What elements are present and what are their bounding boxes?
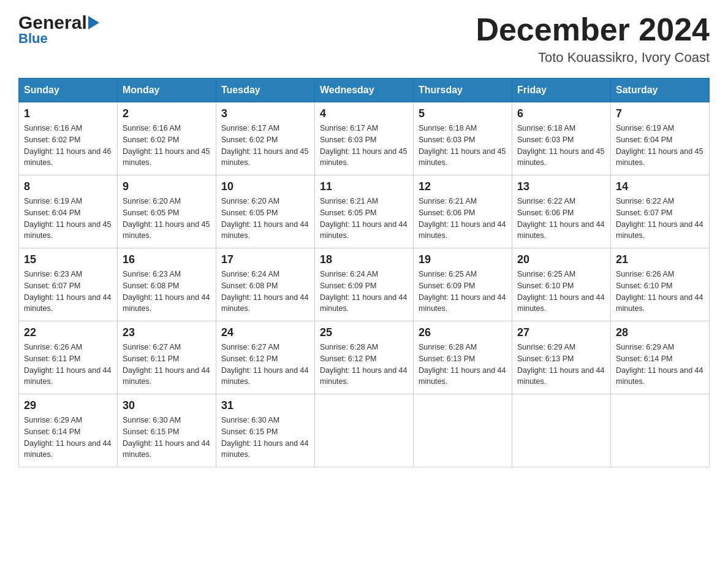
calendar-cell: 22Sunrise: 6:26 AMSunset: 6:11 PMDayligh… bbox=[19, 321, 118, 394]
title-area: December 2024 Toto Kouassikro, Ivory Coa… bbox=[476, 12, 710, 66]
day-number: 17 bbox=[221, 253, 309, 266]
calendar-cell bbox=[315, 394, 414, 467]
page-header: General Blue December 2024 Toto Kouassik… bbox=[18, 12, 710, 66]
day-info: Sunrise: 6:21 AMSunset: 6:05 PMDaylight:… bbox=[320, 196, 408, 242]
calendar-header-row: SundayMondayTuesdayWednesdayThursdayFrid… bbox=[19, 79, 710, 102]
day-number: 7 bbox=[616, 107, 704, 120]
calendar-cell: 6Sunrise: 6:18 AMSunset: 6:03 PMDaylight… bbox=[512, 102, 611, 175]
calendar-cell: 24Sunrise: 6:27 AMSunset: 6:12 PMDayligh… bbox=[216, 321, 315, 394]
day-number: 19 bbox=[419, 253, 507, 266]
calendar-cell: 18Sunrise: 6:24 AMSunset: 6:09 PMDayligh… bbox=[315, 248, 414, 321]
calendar-cell bbox=[414, 394, 512, 467]
day-info: Sunrise: 6:26 AMSunset: 6:11 PMDaylight:… bbox=[24, 342, 112, 388]
calendar-cell: 23Sunrise: 6:27 AMSunset: 6:11 PMDayligh… bbox=[118, 321, 216, 394]
calendar-table: SundayMondayTuesdayWednesdayThursdayFrid… bbox=[18, 78, 710, 467]
month-title: December 2024 bbox=[476, 12, 710, 47]
calendar-cell: 26Sunrise: 6:28 AMSunset: 6:13 PMDayligh… bbox=[414, 321, 512, 394]
day-info: Sunrise: 6:22 AMSunset: 6:07 PMDaylight:… bbox=[616, 196, 704, 242]
calendar-cell: 9Sunrise: 6:20 AMSunset: 6:05 PMDaylight… bbox=[118, 175, 216, 248]
calendar-cell: 10Sunrise: 6:20 AMSunset: 6:05 PMDayligh… bbox=[216, 175, 315, 248]
day-number: 25 bbox=[320, 326, 408, 339]
logo: General Blue bbox=[18, 12, 99, 47]
day-info: Sunrise: 6:23 AMSunset: 6:08 PMDaylight:… bbox=[123, 269, 211, 315]
day-number: 21 bbox=[616, 253, 704, 266]
day-info: Sunrise: 6:16 AMSunset: 6:02 PMDaylight:… bbox=[123, 123, 211, 169]
day-number: 10 bbox=[221, 180, 309, 193]
calendar-cell: 8Sunrise: 6:19 AMSunset: 6:04 PMDaylight… bbox=[19, 175, 118, 248]
day-header-saturday: Saturday bbox=[611, 79, 710, 102]
day-number: 3 bbox=[221, 107, 309, 120]
logo-general: General bbox=[18, 12, 99, 33]
day-header-wednesday: Wednesday bbox=[315, 79, 414, 102]
day-number: 5 bbox=[419, 107, 507, 120]
day-info: Sunrise: 6:25 AMSunset: 6:10 PMDaylight:… bbox=[517, 269, 605, 315]
day-number: 26 bbox=[419, 326, 507, 339]
day-info: Sunrise: 6:30 AMSunset: 6:15 PMDaylight:… bbox=[221, 415, 309, 461]
calendar-cell bbox=[611, 394, 710, 467]
day-info: Sunrise: 6:19 AMSunset: 6:04 PMDaylight:… bbox=[616, 123, 704, 169]
day-number: 1 bbox=[24, 107, 112, 120]
calendar-cell: 14Sunrise: 6:22 AMSunset: 6:07 PMDayligh… bbox=[611, 175, 710, 248]
day-info: Sunrise: 6:24 AMSunset: 6:09 PMDaylight:… bbox=[320, 269, 408, 315]
day-number: 15 bbox=[24, 253, 112, 266]
day-number: 30 bbox=[123, 399, 211, 412]
day-info: Sunrise: 6:17 AMSunset: 6:03 PMDaylight:… bbox=[320, 123, 408, 169]
calendar-cell: 28Sunrise: 6:29 AMSunset: 6:14 PMDayligh… bbox=[611, 321, 710, 394]
day-info: Sunrise: 6:20 AMSunset: 6:05 PMDaylight:… bbox=[123, 196, 211, 242]
day-info: Sunrise: 6:29 AMSunset: 6:14 PMDaylight:… bbox=[24, 415, 112, 461]
day-info: Sunrise: 6:24 AMSunset: 6:08 PMDaylight:… bbox=[221, 269, 309, 315]
day-header-thursday: Thursday bbox=[414, 79, 512, 102]
day-header-monday: Monday bbox=[118, 79, 216, 102]
day-number: 12 bbox=[419, 180, 507, 193]
day-number: 29 bbox=[24, 399, 112, 412]
day-info: Sunrise: 6:28 AMSunset: 6:12 PMDaylight:… bbox=[320, 342, 408, 388]
day-number: 9 bbox=[123, 180, 211, 193]
calendar-cell: 11Sunrise: 6:21 AMSunset: 6:05 PMDayligh… bbox=[315, 175, 414, 248]
calendar-week-row: 8Sunrise: 6:19 AMSunset: 6:04 PMDaylight… bbox=[19, 175, 710, 248]
calendar-cell: 27Sunrise: 6:29 AMSunset: 6:13 PMDayligh… bbox=[512, 321, 611, 394]
day-number: 11 bbox=[320, 180, 408, 193]
day-header-friday: Friday bbox=[512, 79, 611, 102]
calendar-cell: 31Sunrise: 6:30 AMSunset: 6:15 PMDayligh… bbox=[216, 394, 315, 467]
day-number: 4 bbox=[320, 107, 408, 120]
calendar-cell: 16Sunrise: 6:23 AMSunset: 6:08 PMDayligh… bbox=[118, 248, 216, 321]
day-info: Sunrise: 6:17 AMSunset: 6:02 PMDaylight:… bbox=[221, 123, 309, 169]
calendar-week-row: 22Sunrise: 6:26 AMSunset: 6:11 PMDayligh… bbox=[19, 321, 710, 394]
day-number: 8 bbox=[24, 180, 112, 193]
calendar-cell: 12Sunrise: 6:21 AMSunset: 6:06 PMDayligh… bbox=[414, 175, 512, 248]
calendar-cell: 21Sunrise: 6:26 AMSunset: 6:10 PMDayligh… bbox=[611, 248, 710, 321]
day-info: Sunrise: 6:16 AMSunset: 6:02 PMDaylight:… bbox=[24, 123, 112, 169]
day-info: Sunrise: 6:29 AMSunset: 6:13 PMDaylight:… bbox=[517, 342, 605, 388]
calendar-cell: 30Sunrise: 6:30 AMSunset: 6:15 PMDayligh… bbox=[118, 394, 216, 467]
calendar-cell: 5Sunrise: 6:18 AMSunset: 6:03 PMDaylight… bbox=[414, 102, 512, 175]
day-info: Sunrise: 6:25 AMSunset: 6:09 PMDaylight:… bbox=[419, 269, 507, 315]
day-number: 14 bbox=[616, 180, 704, 193]
calendar-week-row: 15Sunrise: 6:23 AMSunset: 6:07 PMDayligh… bbox=[19, 248, 710, 321]
day-number: 28 bbox=[616, 326, 704, 339]
logo-blue: Blue bbox=[18, 31, 99, 47]
day-info: Sunrise: 6:30 AMSunset: 6:15 PMDaylight:… bbox=[123, 415, 211, 461]
day-number: 20 bbox=[517, 253, 605, 266]
day-info: Sunrise: 6:23 AMSunset: 6:07 PMDaylight:… bbox=[24, 269, 112, 315]
day-header-tuesday: Tuesday bbox=[216, 79, 315, 102]
day-info: Sunrise: 6:29 AMSunset: 6:14 PMDaylight:… bbox=[616, 342, 704, 388]
day-info: Sunrise: 6:26 AMSunset: 6:10 PMDaylight:… bbox=[616, 269, 704, 315]
calendar-cell: 19Sunrise: 6:25 AMSunset: 6:09 PMDayligh… bbox=[414, 248, 512, 321]
day-info: Sunrise: 6:18 AMSunset: 6:03 PMDaylight:… bbox=[517, 123, 605, 169]
day-number: 2 bbox=[123, 107, 211, 120]
location-title: Toto Kouassikro, Ivory Coast bbox=[476, 50, 710, 66]
day-number: 6 bbox=[517, 107, 605, 120]
calendar-cell: 29Sunrise: 6:29 AMSunset: 6:14 PMDayligh… bbox=[19, 394, 118, 467]
calendar-cell: 7Sunrise: 6:19 AMSunset: 6:04 PMDaylight… bbox=[611, 102, 710, 175]
calendar-cell: 13Sunrise: 6:22 AMSunset: 6:06 PMDayligh… bbox=[512, 175, 611, 248]
calendar-cell: 17Sunrise: 6:24 AMSunset: 6:08 PMDayligh… bbox=[216, 248, 315, 321]
day-number: 31 bbox=[221, 399, 309, 412]
calendar-cell: 1Sunrise: 6:16 AMSunset: 6:02 PMDaylight… bbox=[19, 102, 118, 175]
logo-triangle-icon bbox=[88, 16, 99, 29]
calendar-week-row: 29Sunrise: 6:29 AMSunset: 6:14 PMDayligh… bbox=[19, 394, 710, 467]
calendar-cell: 4Sunrise: 6:17 AMSunset: 6:03 PMDaylight… bbox=[315, 102, 414, 175]
day-info: Sunrise: 6:28 AMSunset: 6:13 PMDaylight:… bbox=[419, 342, 507, 388]
calendar-cell: 25Sunrise: 6:28 AMSunset: 6:12 PMDayligh… bbox=[315, 321, 414, 394]
day-info: Sunrise: 6:22 AMSunset: 6:06 PMDaylight:… bbox=[517, 196, 605, 242]
day-number: 27 bbox=[517, 326, 605, 339]
